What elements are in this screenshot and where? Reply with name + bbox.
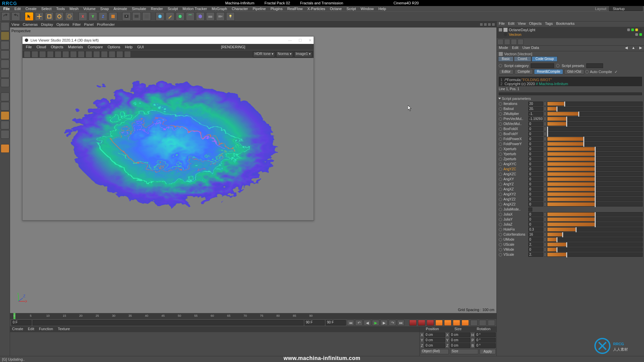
lv-tb-13[interactable] [116, 51, 123, 58]
autokey-button[interactable] [418, 320, 425, 326]
vp-nav-2[interactable] [484, 23, 487, 26]
glsl-osl-button[interactable]: Glsl->Osl [564, 69, 584, 74]
param-value-input[interactable]: 20 [528, 102, 543, 106]
anim-dot[interactable] [499, 173, 502, 176]
lt-polys[interactable] [1, 78, 9, 87]
obj-vectron-name[interactable]: Vectron [509, 33, 521, 37]
undo-button[interactable] [1, 12, 10, 21]
param-spinner[interactable] [544, 212, 546, 217]
lv-norm-select[interactable]: Norma ▾ [276, 51, 293, 57]
anim-dot[interactable] [499, 153, 502, 156]
param-spinner[interactable] [544, 122, 546, 126]
param-slider[interactable] [547, 217, 643, 222]
key-misc2-button[interactable] [488, 320, 495, 326]
param-value-input[interactable]: 0.3 [528, 227, 543, 232]
anim-dot[interactable] [499, 102, 502, 106]
param-spinner[interactable] [544, 167, 546, 171]
lt-edges[interactable] [1, 69, 9, 78]
prim-pen-button[interactable] [166, 12, 174, 21]
anim-dot[interactable] [499, 248, 502, 251]
vp-menu-view[interactable]: View [11, 22, 19, 26]
param-value-input[interactable]: 0 [528, 192, 543, 196]
param-value-input[interactable]: 0 [528, 197, 543, 201]
param-value-input[interactable]: 0 [528, 132, 543, 136]
param-slider[interactable] [547, 182, 643, 186]
om-file[interactable]: File [499, 21, 505, 27]
frame-start-input[interactable]: 0 F [11, 320, 32, 325]
param-value-input[interactable]: 20. [528, 107, 543, 111]
anim-dot[interactable] [499, 127, 502, 131]
om-tags[interactable]: Tags [545, 21, 553, 27]
param-value-input[interactable]: 0 [528, 137, 543, 141]
layout-select[interactable]: Startup [609, 6, 643, 11]
anim-dot[interactable] [499, 178, 502, 181]
param-spinner[interactable] [544, 227, 546, 232]
anim-dot[interactable] [499, 213, 502, 216]
render-pict-button[interactable] [132, 12, 141, 21]
param-slider[interactable] [547, 172, 643, 176]
anim-dot-preset[interactable] [556, 64, 559, 67]
param-spinner[interactable] [544, 162, 546, 166]
param-slider[interactable] [547, 197, 643, 201]
param-spinner[interactable] [544, 107, 546, 111]
lt-snap[interactable] [1, 111, 9, 120]
cm-y-pos[interactable]: 0 cm [424, 338, 445, 343]
obj-daylight-name[interactable]: OctaneDayLight [509, 28, 535, 32]
param-value-input[interactable]: 0 [528, 152, 543, 156]
lv-menu-compare[interactable]: Compare [86, 45, 105, 49]
param-spinner[interactable] [544, 142, 546, 146]
anim-dot[interactable] [499, 112, 502, 116]
prim-deform-button[interactable] [196, 12, 205, 21]
anim-dot[interactable] [499, 147, 502, 151]
lv-menu-help[interactable]: Help [123, 45, 135, 49]
cm-z-size[interactable]: 0 cm [450, 343, 471, 348]
vp-menu-prorender[interactable]: ProRender [97, 22, 115, 26]
anim-dot[interactable] [499, 132, 502, 136]
menu-script[interactable]: Script [344, 6, 358, 11]
anim-dot-cat[interactable] [499, 64, 502, 67]
menu-mograph[interactable]: MoGraph [210, 6, 229, 11]
menu-pipeline[interactable]: Pipeline [251, 6, 268, 11]
param-spinner[interactable] [544, 192, 546, 196]
minimize-button[interactable]: — [288, 38, 292, 43]
lt-axis[interactable] [1, 93, 9, 101]
am-nav-up[interactable]: ▲ [632, 46, 635, 51]
lv-pause-button[interactable] [32, 51, 38, 58]
anim-dot[interactable] [499, 107, 502, 111]
anim-dot[interactable] [499, 163, 502, 166]
param-value-input[interactable]: 0 [528, 157, 543, 161]
anim-dot[interactable] [499, 158, 502, 161]
param-slider[interactable] [547, 112, 643, 116]
script-category-select[interactable] [531, 63, 554, 68]
key-scale-button[interactable] [444, 320, 451, 326]
play-button[interactable]: ▶ [372, 320, 379, 326]
frame-end-input[interactable]: 90 F [305, 320, 325, 325]
script-presets-select[interactable] [586, 63, 603, 68]
param-value-input[interactable]: 0 [528, 172, 543, 176]
anim-dot[interactable] [499, 137, 502, 141]
anim-dot[interactable] [499, 183, 502, 186]
lv-menu-gui[interactable]: GUI [135, 45, 146, 49]
param-value-input[interactable]: 0 [528, 127, 543, 131]
menu-window[interactable]: Window [359, 6, 376, 11]
param-spinner[interactable] [544, 102, 546, 106]
param-slider[interactable] [547, 192, 643, 196]
goto-start-button[interactable]: ⏮ [347, 320, 354, 326]
param-slider[interactable] [547, 122, 643, 126]
param-slider[interactable] [547, 187, 643, 191]
tag-octane2-icon[interactable] [639, 28, 642, 31]
vp-menu-panel[interactable]: Panel [84, 22, 94, 26]
live-viewer-window[interactable]: Live Viewer Studio 2020.1.4 (30 days lef… [22, 36, 314, 221]
move-tool-button[interactable] [35, 12, 44, 21]
last-tool-button[interactable] [65, 12, 74, 21]
render-view-button[interactable] [122, 12, 131, 21]
goto-prevkey-button[interactable]: ↶ [355, 320, 363, 326]
param-spinner[interactable] [544, 127, 546, 131]
lv-tb-14[interactable] [124, 51, 131, 58]
lv-menu-objects[interactable]: Objects [49, 45, 65, 49]
param-spinner[interactable] [544, 152, 546, 156]
tab-basic[interactable]: Basic [498, 56, 514, 62]
lv-tb-8[interactable] [78, 51, 85, 58]
lv-menu-options[interactable]: Options [106, 45, 122, 49]
lt-make-editable[interactable] [1, 22, 9, 31]
